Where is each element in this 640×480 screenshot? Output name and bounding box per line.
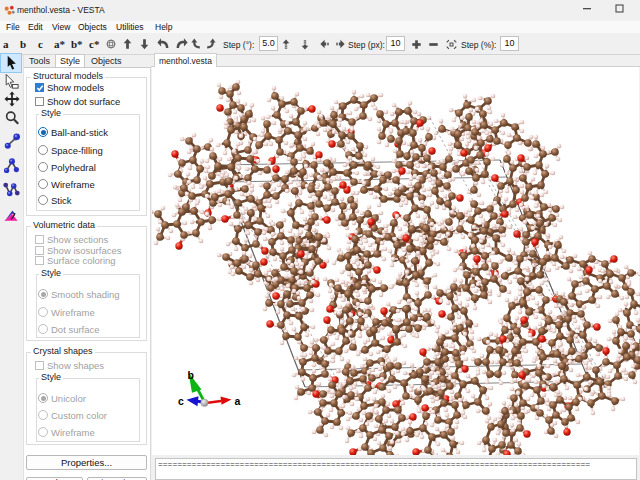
svg-text:b: b xyxy=(188,369,194,381)
svg-text:a: a xyxy=(235,395,241,407)
svg-text:c: c xyxy=(178,395,184,407)
